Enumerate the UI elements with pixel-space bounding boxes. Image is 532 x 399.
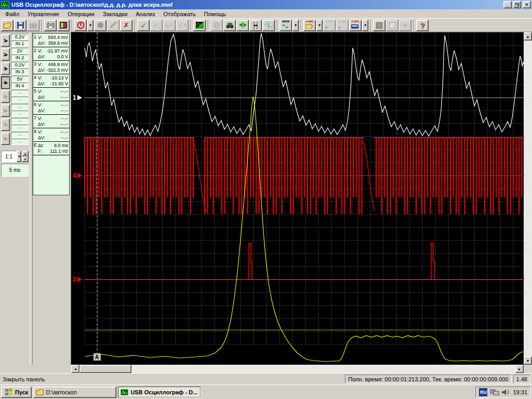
abc-open-dropdown[interactable]: ▾	[316, 20, 323, 31]
scroll-down-button[interactable]: ▼	[524, 356, 532, 365]
task-folder[interactable]: D:\автоскоп	[33, 387, 116, 398]
channel-2-input[interactable]: IN 2	[11, 55, 29, 61]
edit-button[interactable]	[107, 20, 119, 31]
channel-1-button[interactable]: 1▸	[1, 34, 10, 47]
channel-2-range[interactable]: 2V	[11, 48, 29, 54]
channel-1-input[interactable]: IN 1	[11, 41, 29, 47]
channel-5-range[interactable]: ---	[11, 90, 29, 96]
menu-file[interactable]: Файл	[1, 10, 23, 18]
scroll-right-button[interactable]: ►	[515, 365, 524, 373]
channel-row-8: 8▸ --- ---	[1, 131, 30, 145]
gray-x-icon: ✕	[403, 22, 408, 29]
abc-open-button[interactable]: A:B#C	[303, 20, 316, 31]
stop-device-dropdown[interactable]: ▾	[87, 20, 94, 31]
stop-device-button[interactable]	[74, 20, 87, 31]
menu-analysis[interactable]: Анализ	[131, 10, 159, 18]
close-button[interactable]: ×	[523, 1, 531, 8]
menu-help[interactable]: Помощь	[200, 10, 231, 18]
hscroll-track[interactable]	[131, 365, 515, 373]
restore-button[interactable]	[513, 1, 521, 8]
channel-7-button[interactable]: 7▸	[1, 118, 10, 131]
svg-text:1: 1	[73, 94, 76, 101]
timebase-value[interactable]: 5 ms	[1, 164, 29, 177]
channel-4-input[interactable]: IN 4	[11, 83, 29, 89]
check-prev-button[interactable]: ✓˯	[150, 20, 163, 31]
hscroll-row: ◄ ►	[0, 365, 532, 373]
mem-dropdown[interactable]: ▾	[292, 20, 299, 31]
start-button[interactable]: Пуск	[1, 387, 32, 398]
vscroll-track[interactable]	[524, 41, 532, 356]
menu-display[interactable]: Отображать	[159, 10, 200, 18]
pattern-button[interactable]	[386, 20, 398, 31]
open-file-button[interactable]	[1, 20, 14, 31]
channel-3-range[interactable]: 0.2V	[11, 62, 29, 68]
channel-4-button[interactable]: 4▸	[1, 76, 10, 89]
delete-button[interactable]: ✗	[120, 20, 132, 31]
panel-colors-button[interactable]	[57, 20, 70, 31]
channel-6-range[interactable]: ---	[11, 104, 29, 110]
channel-1-range[interactable]: 0.2V	[11, 34, 29, 40]
abc-play-button[interactable]: A:B#C ▶	[323, 20, 336, 31]
scroll-left-button[interactable]: ◄	[71, 365, 79, 373]
menu-control[interactable]: Управление	[23, 10, 63, 18]
export-button[interactable]	[27, 20, 39, 31]
channel-8-button[interactable]: 8▸	[1, 132, 10, 145]
close-x-button[interactable]: ✕	[399, 20, 411, 31]
channel-6-button[interactable]: 6▸	[1, 104, 10, 117]
vertical-cursors-button[interactable]	[249, 20, 262, 31]
mem-button[interactable]: MEM	[280, 20, 292, 31]
vertical-scrollbar[interactable]: ▲ ▼	[524, 32, 532, 365]
speaker-icon[interactable]	[502, 389, 510, 396]
channel-8-range[interactable]: ---	[11, 132, 29, 138]
wave-cursors-button[interactable]	[262, 20, 275, 31]
hscroll-thumb[interactable]	[79, 365, 131, 373]
square-icon	[376, 22, 382, 29]
help-icon: ?	[420, 21, 425, 30]
channel-3-input[interactable]: IN 3	[11, 69, 29, 75]
zoom-value[interactable]: 1:1	[1, 151, 17, 162]
zoom-down-button[interactable]: ▼	[22, 156, 29, 162]
channel-3-button[interactable]: 3▸	[1, 62, 10, 75]
channel-4-range[interactable]: 5V	[11, 76, 29, 82]
channel-8-input[interactable]: ---	[11, 139, 29, 145]
menu-operations[interactable]: Операции	[63, 10, 98, 18]
oscilloscope-display[interactable]: 142A	[71, 32, 524, 365]
network-icon[interactable]	[490, 389, 499, 396]
printer-icon	[47, 22, 55, 29]
display-invert-button[interactable]	[193, 20, 206, 31]
apply-check-button[interactable]: ✓	[137, 20, 150, 31]
channel-5-input[interactable]: ---	[11, 97, 29, 103]
menu-bookmarks[interactable]: Закладки	[99, 10, 132, 18]
channel-row-7: 7▸ --- ---	[1, 117, 30, 131]
task-oscilloscope[interactable]: USB Осциллограф - D...	[118, 387, 201, 398]
red-x-icon: ✗	[124, 21, 129, 29]
help-button[interactable]: ?	[416, 20, 429, 31]
check-all-button[interactable]: «✓	[163, 20, 176, 31]
abc-label: A:B#C	[325, 20, 333, 23]
abc-display-dropdown[interactable]: ▾	[362, 20, 368, 31]
scroll-up-button[interactable]: ▲	[524, 32, 532, 41]
abc-stop-button[interactable]: A:B#C ■	[336, 20, 349, 31]
e-dt: 9.0 ms	[54, 143, 68, 148]
language-indicator[interactable]: RU	[479, 388, 487, 396]
green-markers-button[interactable]	[236, 20, 249, 31]
minimize-button[interactable]: _	[503, 1, 512, 8]
channel-7-input[interactable]: ---	[11, 125, 29, 131]
zoom-left-button[interactable]: ◄	[17, 151, 21, 162]
menu-bar: Файл Управление Операции Закладки Анализ…	[0, 9, 532, 19]
search-button[interactable]	[223, 20, 236, 31]
measure-row-3: 3 V:446.9 mV ΔV:-322.3 mV	[33, 61, 69, 74]
square-button[interactable]	[373, 20, 385, 31]
abc-display-button[interactable]: A:B#C	[349, 20, 362, 31]
record-button[interactable]	[94, 20, 107, 31]
check-next-button[interactable]: ✓˃	[176, 20, 189, 31]
hscroll-left-pad	[0, 365, 71, 373]
save-button[interactable]	[14, 20, 26, 31]
zoom-globe-button[interactable]	[210, 20, 223, 31]
zoom-up-button[interactable]: ▲	[22, 151, 29, 156]
channel-6-input[interactable]: ---	[11, 111, 29, 117]
channel-2-button[interactable]: 2▸	[1, 48, 10, 61]
channel-7-range[interactable]: ---	[11, 118, 29, 124]
print-button[interactable]	[44, 20, 57, 31]
channel-5-button[interactable]: 5▸	[1, 90, 10, 103]
